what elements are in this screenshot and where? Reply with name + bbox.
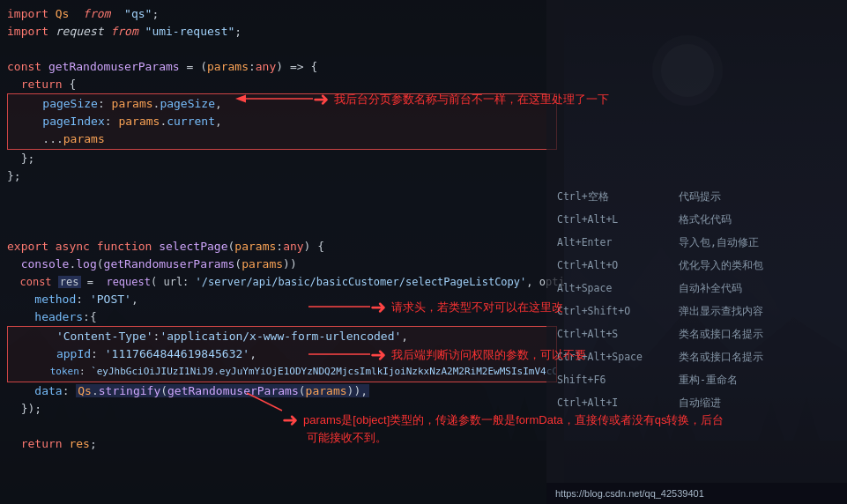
url-bar: https://blog.csdn.net/qq_42539401: [546, 483, 847, 504]
annotation-4: ➜ params是[object]类型的，传递参数一般是formData，直接传…: [282, 411, 724, 446]
annotation-text-4a: params是[object]类型的，传递参数一般是formData，直接传或者…: [303, 412, 724, 428]
hint-desc-3: 导入包,自动修正: [679, 233, 759, 251]
hint-key-9: Shift+F6: [557, 371, 672, 389]
code-line-10: };: [0, 167, 564, 185]
annotation-1: ➜ 我后台分页参数名称与前台不一样，在这里处理了一下: [313, 90, 609, 109]
hint-8: Ctrl+Alt+Space 类名或接口名提示: [546, 345, 847, 368]
hint-7: Ctrl+Alt+S 类名或接口名提示: [546, 322, 847, 345]
hint-key-5: Alt+Space: [557, 279, 672, 297]
hint-2: Ctrl+Alt+L 格式化代码: [546, 208, 847, 231]
hint-3: Alt+Enter 导入包,自动修正: [546, 231, 847, 254]
hint-1: Ctrl+空格 代码提示: [546, 185, 847, 208]
hint-key-2: Ctrl+Alt+L: [557, 211, 672, 228]
hint-desc-6: 弹出显示查找内容: [679, 302, 763, 320]
arrow-4: ➜: [282, 411, 298, 430]
arrow-1: ➜: [313, 90, 329, 109]
arrow-3: ➜: [370, 345, 386, 365]
hint-desc-5: 自动补全代码: [679, 279, 742, 297]
hint-desc-2: 格式化代码: [679, 211, 732, 228]
code-line-console: console.log(getRandomuserParams(params)): [0, 256, 564, 273]
hint-4: Ctrl+Alt+O 优化导入的类和包: [546, 254, 847, 277]
hint-desc-4: 优化导入的类和包: [679, 256, 763, 274]
hint-desc-9: 重构-重命名: [679, 371, 738, 389]
hint-6: Ctrl+Shift+O 弹出显示查找内容: [546, 300, 847, 322]
hint-key-1: Ctrl+空格: [557, 188, 672, 205]
code-line-9: };: [0, 150, 564, 167]
hint-desc-10: 自动缩进: [679, 394, 721, 411]
code-line-1: import Qs from "qs";: [0, 5, 564, 23]
code-line-data: data: Qs.stringify(getRandomuserParams(p…: [0, 382, 564, 400]
annotation-text-4b: 可能接收不到。: [307, 431, 387, 444]
code-line-token: token: `eyJhbGciOiJIUzI1NiJ9.eyJuYmYiOjE…: [8, 363, 556, 381]
annotation-text-2: 请求头，若类型不对可以在这里改: [391, 300, 563, 315]
hint-desc-7: 类名或接口名提示: [679, 325, 763, 343]
code-line-2: import request from "umi-request";: [0, 23, 564, 41]
code-line-empty-2: [0, 185, 564, 203]
hint-key-6: Ctrl+Shift+O: [557, 302, 672, 320]
annotation-text-3: 我后端判断访问权限的参数，可以不要: [391, 347, 586, 363]
code-line-empty-4: [0, 220, 564, 238]
hint-desc-1: 代码提示: [679, 188, 721, 205]
hint-9: Shift+F6 重构-重命名: [546, 368, 847, 391]
hint-5: Alt+Space 自动补全代码: [546, 277, 847, 300]
annotation-2: ➜ 请求头，若类型不对可以在这里改: [370, 298, 563, 317]
annotation-3: ➜ 我后端判断访问权限的参数，可以不要: [370, 345, 586, 365]
hint-key-10: Ctrl+Alt+I: [557, 394, 672, 411]
code-line-7: pageIndex: params.current,: [8, 113, 556, 130]
hint-key-3: Alt+Enter: [557, 233, 672, 251]
code-line-export: export async function selectPage(params:…: [0, 238, 564, 256]
code-line-content-type: 'Content-Type':'application/x-www-form-u…: [8, 328, 556, 345]
code-line-empty-1: [0, 41, 564, 58]
code-line-empty-3: [0, 203, 564, 220]
url-text: https://blog.csdn.net/qq_42539401: [555, 488, 704, 499]
hint-desc-8: 类名或接口名提示: [679, 348, 763, 366]
arrow-2: ➜: [370, 298, 386, 317]
hint-key-4: Ctrl+Alt+O: [557, 256, 672, 274]
annotation-text-1: 我后台分页参数名称与前台不一样，在这里处理了一下: [334, 92, 609, 107]
code-line-8: ...params: [8, 130, 556, 148]
hint-key-7: Ctrl+Alt+S: [557, 325, 672, 343]
code-line-request: const res = request( url: '/server/api/b…: [0, 273, 564, 291]
code-line-4: const getRandomuserParams = (params:any)…: [0, 58, 564, 76]
from-keyword: from: [76, 7, 117, 20]
